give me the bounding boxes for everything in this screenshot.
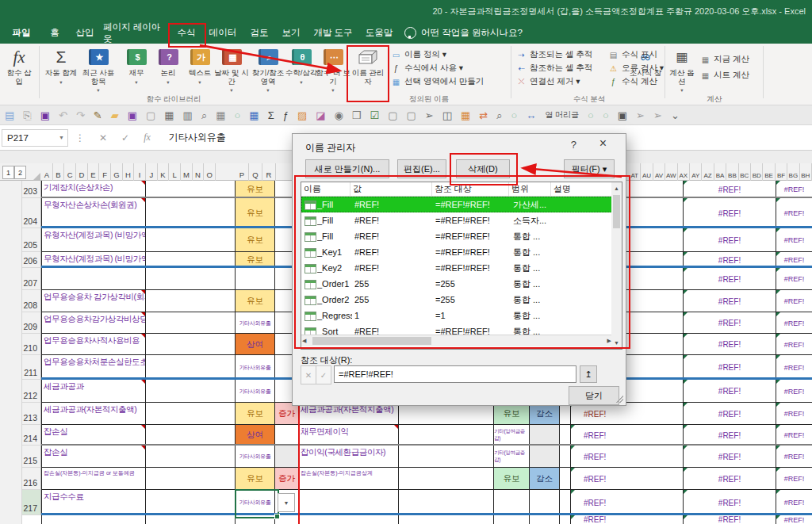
row-label[interactable]: 잡손실(자본등)-미지급금 or 보통예금: [41, 468, 146, 490]
status-cell-2[interactable]: 증가: [275, 468, 299, 490]
mid-status-1[interactable]: 기타(잉여금증감): [494, 425, 530, 446]
cancel-icon[interactable]: ✕: [99, 132, 107, 143]
mid-status-1[interactable]: [494, 515, 530, 524]
financial-button[interactable]: $재무▾: [119, 45, 154, 96]
scroll-down-icon[interactable]: ▼: [612, 338, 621, 348]
preview-zoom-icon[interactable]: ⌕: [201, 110, 207, 120]
dialog-close-button[interactable]: 닫기: [569, 386, 619, 405]
mid-status-2[interactable]: 감소: [530, 403, 560, 425]
empty-cell[interactable]: [146, 228, 236, 252]
undo-icon[interactable]: ↶: [59, 110, 67, 120]
ref-error-cell[interactable]: #REF!: [684, 268, 776, 290]
ref-error-cell[interactable]: #REF!: [571, 425, 684, 446]
empty-cell[interactable]: [146, 515, 236, 524]
col-header-O[interactable]: O: [204, 163, 216, 181]
col-header-B[interactable]: B: [53, 163, 65, 181]
window-icon[interactable]: ❒: [352, 110, 362, 120]
help-icon[interactable]: ?: [571, 139, 576, 151]
col-header-AU[interactable]: AU: [641, 163, 653, 181]
empty-cell[interactable]: [146, 490, 236, 515]
audit-item-1[interactable]: ⇠참조하는 셀 추적: [515, 62, 592, 75]
status-cell-1[interactable]: 유보: [236, 181, 275, 198]
tab-수식[interactable]: 수식: [171, 22, 201, 44]
row-label[interactable]: 잡손실: [41, 425, 146, 446]
ref-error-cell[interactable]: #REF!: [684, 468, 776, 490]
text-button[interactable]: 가텍스트▾: [182, 45, 217, 96]
status-cell-2[interactable]: 증가: [275, 403, 299, 425]
col-header-AX[interactable]: AX: [678, 163, 690, 181]
col-header-C[interactable]: C: [64, 163, 76, 181]
mid-status-1[interactable]: 유보: [494, 468, 530, 490]
paste-icon[interactable]: ⎘: [23, 110, 31, 120]
mid-status-2[interactable]: [530, 446, 560, 468]
name-list-row[interactable]: _Fill#REF!=#REF!#REF!소득자...: [301, 212, 611, 228]
fill-handle[interactable]: [274, 514, 280, 519]
tell-me-search[interactable]: 어떤 작업을 원하시나요?: [404, 22, 539, 44]
status-cell-1[interactable]: 기타사외유출: [236, 380, 275, 403]
col-header-G[interactable]: G: [111, 163, 123, 181]
col-header-K[interactable]: K: [158, 163, 170, 181]
col-header-BE[interactable]: BE: [763, 163, 775, 181]
logical-button[interactable]: ?논리▾: [151, 45, 186, 96]
row-header-214[interactable]: 214: [22, 425, 41, 446]
col-header-BH[interactable]: BH: [800, 163, 812, 181]
mid-empty-cell[interactable]: [399, 490, 494, 515]
mid-empty-cell[interactable]: [399, 468, 494, 490]
row-label[interactable]: 지급수수료: [41, 490, 146, 515]
row-label[interactable]: [41, 268, 146, 290]
status-cell-1[interactable]: 기타사외유출: [236, 312, 275, 334]
col-header-F[interactable]: F: [99, 163, 111, 181]
ref-error-cell[interactable]: #REF!: [776, 515, 812, 524]
tab-데이터[interactable]: 데이터: [205, 22, 241, 44]
ref-error-cell[interactable]: #REF!: [776, 490, 812, 515]
col-header-L[interactable]: L: [169, 163, 181, 181]
empty-cell[interactable]: [146, 380, 236, 403]
row-header-213[interactable]: 213: [22, 403, 41, 425]
row-label[interactable]: 업무용승용차 감가상각비(회사): [41, 290, 146, 312]
status-cell-2[interactable]: [275, 425, 299, 446]
new-name-button[interactable]: 새로 만들기(N)...: [305, 159, 389, 178]
search-doc-icon[interactable]: ⌕: [496, 110, 502, 120]
date-time-button[interactable]: ▦날짜 및 시간▾: [214, 45, 249, 96]
mid-empty-cell[interactable]: [399, 446, 494, 468]
tab-페이지 레이아웃[interactable]: 페이지 레이아웃: [103, 22, 167, 44]
row-label[interactable]: 업무용승용차사적사용비용: [41, 334, 146, 355]
outline-level-2[interactable]: 2: [14, 166, 26, 179]
watch-window-button[interactable]: ∞조사식 창: [628, 45, 663, 96]
mid-label[interactable]: [299, 490, 399, 515]
ref-error-cell[interactable]: #REF!: [684, 446, 776, 468]
collapse-dialog-icon[interactable]: ↥: [580, 365, 597, 383]
row-header-216[interactable]: 216: [22, 468, 41, 490]
col-header-AY[interactable]: AY: [690, 163, 702, 181]
ref-error-cell[interactable]: #REF!: [684, 228, 776, 252]
print-preview-icon[interactable]: ▥: [183, 110, 193, 120]
filter-button[interactable]: 필터(F) ▾: [564, 159, 615, 178]
col-header-J[interactable]: J: [146, 163, 158, 181]
empty-cell[interactable]: [146, 181, 236, 198]
status-cell-2[interactable]: [275, 446, 299, 468]
gap-cell[interactable]: [560, 468, 571, 490]
recent-functions-button[interactable]: ★최근 사용 항목▾: [81, 45, 116, 96]
col-header-BF[interactable]: BF: [776, 163, 787, 181]
pointer2-icon[interactable]: ➢: [653, 110, 662, 120]
outline-level-1[interactable]: 1: [2, 166, 14, 179]
status-cell-1[interactable]: 유보: [236, 403, 275, 425]
row-header-217[interactable]: 217: [22, 490, 41, 515]
row-label[interactable]: 세금과공과: [41, 380, 146, 403]
tab-도움말[interactable]: 도움말: [360, 22, 398, 44]
split-view-icon[interactable]: ◫: [442, 110, 452, 120]
ref-error-cell[interactable]: #REF!: [776, 312, 812, 334]
col-header-N[interactable]: N: [193, 163, 205, 181]
name-list-row[interactable]: _Order1255=255통합 ...: [301, 276, 611, 292]
eraser-icon[interactable]: ◪: [316, 110, 325, 120]
scroll-up-icon[interactable]: ▲: [612, 183, 621, 193]
audit-item-2[interactable]: ⤬연결선 제거 ▾: [515, 75, 580, 88]
camera-icon[interactable]: ▣: [618, 110, 627, 120]
empty-cell[interactable]: [146, 403, 236, 425]
more-chevron-icon[interactable]: ⌄: [671, 110, 680, 120]
ref-error-cell[interactable]: #REF!: [776, 425, 812, 446]
name-list-vscrollbar[interactable]: ▲ ▼: [611, 182, 622, 350]
pointer1-icon[interactable]: ➢: [636, 110, 645, 120]
empty-cell[interactable]: [146, 355, 236, 380]
col-header-BD[interactable]: BD: [751, 163, 763, 181]
